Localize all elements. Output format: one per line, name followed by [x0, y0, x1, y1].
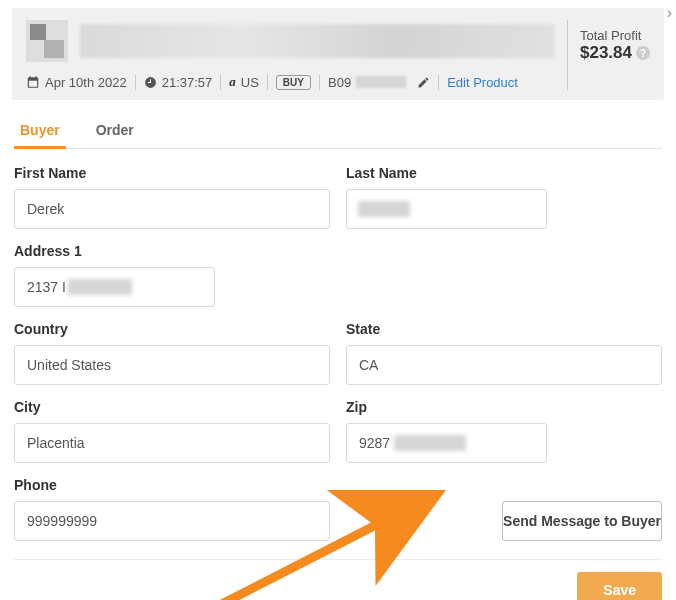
amazon-icon: a — [229, 74, 236, 90]
footer: Save — [0, 560, 676, 600]
state-label: State — [346, 321, 662, 337]
product-title — [80, 24, 555, 58]
phone-label: Phone — [14, 477, 330, 493]
buy-badge: BUY — [276, 75, 311, 90]
buyer-form: First Name Last Name Address 1 Country S… — [0, 149, 676, 549]
order-header: Apr 10th 2022 21:37:57 a US BUY B09 Edit… — [12, 8, 664, 100]
profit-block: Total Profit $23.84 ? — [580, 20, 650, 90]
clock-icon — [144, 76, 157, 89]
header-main: Apr 10th 2022 21:37:57 a US BUY B09 Edit… — [26, 20, 568, 90]
country-label: Country — [14, 321, 330, 337]
order-time: 21:37:57 — [162, 75, 213, 90]
edit-product-link[interactable]: Edit Product — [447, 75, 518, 90]
asin-text: B09 — [328, 75, 351, 90]
tabs: Buyer Order — [14, 114, 662, 149]
asin-redacted — [356, 76, 406, 88]
order-meta: Apr 10th 2022 21:37:57 a US BUY B09 Edit… — [26, 74, 555, 90]
calendar-icon — [26, 75, 40, 89]
zip-label: Zip — [346, 399, 662, 415]
send-message-button[interactable]: Send Message to Buyer — [502, 501, 662, 541]
profit-label: Total Profit — [580, 28, 650, 43]
country-input[interactable] — [14, 345, 330, 385]
state-input[interactable] — [346, 345, 662, 385]
marketplace: US — [241, 75, 259, 90]
address1-label: Address 1 — [14, 243, 662, 259]
tab-order[interactable]: Order — [90, 114, 140, 148]
pencil-icon[interactable] — [417, 76, 430, 89]
zip-input[interactable] — [346, 423, 547, 463]
phone-input[interactable] — [14, 501, 330, 541]
first-name-label: First Name — [14, 165, 330, 181]
profit-value: $23.84 — [580, 43, 632, 63]
tab-buyer[interactable]: Buyer — [14, 114, 66, 149]
address1-input[interactable] — [14, 267, 215, 307]
city-label: City — [14, 399, 330, 415]
chevron-right-icon[interactable]: › — [667, 4, 672, 22]
last-name-input[interactable] — [346, 189, 547, 229]
help-icon[interactable]: ? — [636, 46, 650, 60]
order-date: Apr 10th 2022 — [45, 75, 127, 90]
city-input[interactable] — [14, 423, 330, 463]
product-thumbnail[interactable] — [26, 20, 68, 62]
save-button[interactable]: Save — [577, 572, 662, 600]
last-name-label: Last Name — [346, 165, 662, 181]
first-name-input[interactable] — [14, 189, 330, 229]
